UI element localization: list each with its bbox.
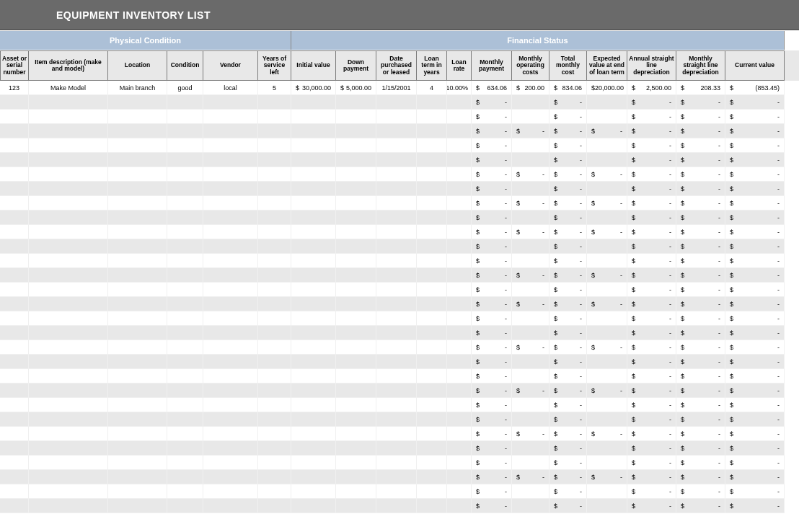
cell-exp[interactable] xyxy=(587,369,627,384)
cell-tmc[interactable]: $- xyxy=(549,384,587,398)
cell-years[interactable] xyxy=(258,311,291,326)
cell-term[interactable] xyxy=(417,456,447,470)
cell-mpay[interactable]: $- xyxy=(472,369,512,384)
cell-initv[interactable] xyxy=(291,225,336,239)
cell-msl[interactable]: $- xyxy=(676,340,725,355)
cell-desc[interactable] xyxy=(29,412,108,427)
cell-down[interactable] xyxy=(336,167,376,182)
cell-initv[interactable] xyxy=(291,311,336,326)
cell-curr[interactable]: $- xyxy=(725,225,785,239)
cell-cond[interactable] xyxy=(167,427,203,441)
cell-desc[interactable] xyxy=(29,110,108,124)
cell-vendor[interactable] xyxy=(203,124,258,138)
cell-curr[interactable]: $- xyxy=(725,441,785,456)
cell-curr[interactable]: $- xyxy=(725,124,785,138)
cell-years[interactable] xyxy=(258,110,291,124)
cell-asl[interactable]: $- xyxy=(627,412,676,427)
cell-date[interactable] xyxy=(376,167,417,182)
cell-cond[interactable] xyxy=(167,484,203,499)
cell-cond[interactable] xyxy=(167,210,203,225)
cell-loc[interactable] xyxy=(108,297,167,311)
cell-vendor[interactable] xyxy=(203,138,258,153)
cell-mpay[interactable]: $- xyxy=(472,441,512,456)
cell-vendor[interactable] xyxy=(203,484,258,499)
cell-years[interactable] xyxy=(258,95,291,110)
cell-loc[interactable] xyxy=(108,254,167,268)
cell-exp[interactable] xyxy=(587,138,627,153)
cell-desc[interactable] xyxy=(29,355,108,369)
cell-rate[interactable] xyxy=(447,297,472,311)
cell-down[interactable] xyxy=(336,456,376,470)
cell-mpay[interactable]: $- xyxy=(472,196,512,210)
cell-rate[interactable] xyxy=(447,340,472,355)
cell-tmc[interactable]: $834.06 xyxy=(549,81,587,95)
cell-curr[interactable]: $- xyxy=(725,138,785,153)
cell-asl[interactable]: $- xyxy=(627,340,676,355)
cell-curr[interactable]: $- xyxy=(725,268,785,283)
cell-exp[interactable]: $- xyxy=(587,225,627,239)
cell-tmc[interactable]: $- xyxy=(549,225,587,239)
cell-mop[interactable]: $- xyxy=(512,268,549,283)
cell-years[interactable] xyxy=(258,456,291,470)
cell-exp[interactable] xyxy=(587,110,627,124)
cell-exp[interactable] xyxy=(587,239,627,254)
cell-down[interactable] xyxy=(336,470,376,484)
cell-curr[interactable]: $- xyxy=(725,499,785,513)
cell-mop[interactable] xyxy=(512,484,549,499)
cell-rate[interactable] xyxy=(447,138,472,153)
cell-years[interactable] xyxy=(258,239,291,254)
cell-mop[interactable] xyxy=(512,138,549,153)
cell-term[interactable] xyxy=(417,484,447,499)
cell-mpay[interactable]: $- xyxy=(472,239,512,254)
cell-exp[interactable] xyxy=(587,499,627,513)
cell-exp[interactable]: $- xyxy=(587,470,627,484)
cell-initv[interactable] xyxy=(291,326,336,340)
cell-desc[interactable] xyxy=(29,225,108,239)
cell-mop[interactable] xyxy=(512,95,549,110)
cell-loc[interactable] xyxy=(108,470,167,484)
cell-loc[interactable]: Main branch xyxy=(108,81,167,95)
cell-desc[interactable] xyxy=(29,384,108,398)
cell-asset[interactable] xyxy=(0,441,29,456)
cell-asl[interactable]: $- xyxy=(627,182,676,196)
cell-msl[interactable]: $- xyxy=(676,398,725,412)
cell-asset[interactable] xyxy=(0,484,29,499)
cell-tmc[interactable]: $- xyxy=(549,470,587,484)
cell-loc[interactable] xyxy=(108,153,167,167)
cell-rate[interactable] xyxy=(447,95,472,110)
cell-asset[interactable] xyxy=(0,340,29,355)
cell-exp[interactable]: $- xyxy=(587,124,627,138)
cell-asl[interactable]: $- xyxy=(627,124,676,138)
cell-down[interactable] xyxy=(336,398,376,412)
cell-asset[interactable] xyxy=(0,254,29,268)
cell-mop[interactable] xyxy=(512,110,549,124)
cell-mpay[interactable]: $- xyxy=(472,110,512,124)
cell-mop[interactable]: $- xyxy=(512,196,549,210)
cell-asl[interactable]: $- xyxy=(627,138,676,153)
cell-curr[interactable]: $- xyxy=(725,326,785,340)
cell-tmc[interactable]: $- xyxy=(549,340,587,355)
cell-msl[interactable]: $- xyxy=(676,239,725,254)
cell-rate[interactable] xyxy=(447,441,472,456)
cell-tmc[interactable]: $- xyxy=(549,412,587,427)
cell-exp[interactable]: $20,000.00 xyxy=(587,81,627,95)
cell-loc[interactable] xyxy=(108,167,167,182)
cell-tmc[interactable]: $- xyxy=(549,138,587,153)
cell-mpay[interactable]: $- xyxy=(472,167,512,182)
cell-exp[interactable]: $- xyxy=(587,297,627,311)
cell-down[interactable] xyxy=(336,110,376,124)
cell-desc[interactable] xyxy=(29,369,108,384)
cell-vendor[interactable] xyxy=(203,110,258,124)
cell-loc[interactable] xyxy=(108,340,167,355)
cell-down[interactable] xyxy=(336,225,376,239)
cell-mpay[interactable]: $- xyxy=(472,268,512,283)
cell-mpay[interactable]: $- xyxy=(472,138,512,153)
cell-down[interactable] xyxy=(336,95,376,110)
cell-down[interactable] xyxy=(336,427,376,441)
cell-tmc[interactable]: $- xyxy=(549,124,587,138)
cell-vendor[interactable] xyxy=(203,196,258,210)
cell-curr[interactable]: $- xyxy=(725,254,785,268)
cell-desc[interactable] xyxy=(29,268,108,283)
cell-loc[interactable] xyxy=(108,210,167,225)
cell-curr[interactable]: $- xyxy=(725,210,785,225)
